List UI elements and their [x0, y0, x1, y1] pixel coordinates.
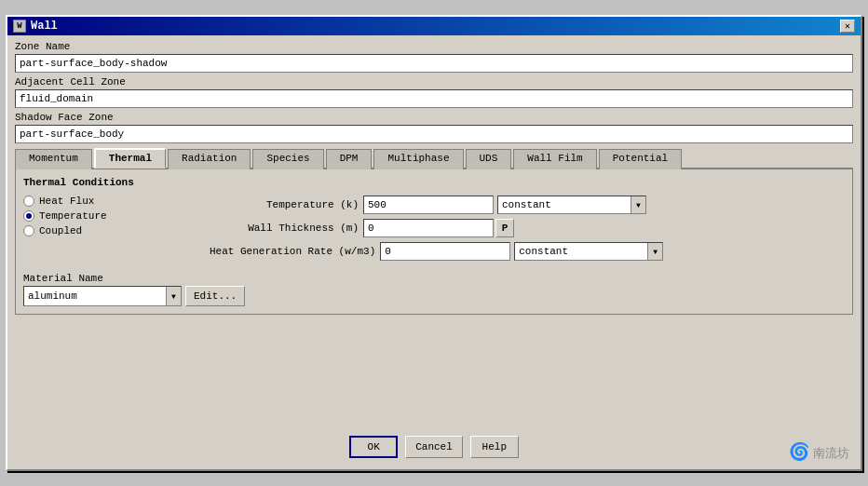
material-row-inner: aluminum ▼ Edit... [23, 286, 845, 306]
window-title: Wall [31, 20, 58, 33]
tab-thermal[interactable]: Thermal [94, 148, 166, 169]
radio-temperature-label: Temperature [39, 210, 107, 222]
thermal-radio-group: Heat Flux Temperature Coupled [23, 196, 210, 236]
shadow-face-zone-input[interactable] [15, 125, 853, 143]
tab-species[interactable]: Species [252, 149, 323, 169]
heat-gen-input[interactable] [380, 242, 510, 261]
zone-name-input[interactable] [15, 54, 853, 73]
tab-content-thermal: Thermal Conditions Heat Flux Temperature… [15, 169, 853, 315]
thermal-form-right: Temperature (k) constant ▼ Wall Thicknes… [210, 196, 845, 261]
material-row: Material Name aluminum ▼ Edit... [23, 273, 845, 306]
title-bar-left: W Wall [13, 20, 58, 33]
tab-dpm[interactable]: DPM [326, 149, 373, 169]
wall-thickness-input-group: P [363, 219, 514, 237]
temperature-dropdown[interactable]: constant [497, 196, 646, 214]
adjacent-cell-zone-input[interactable] [15, 89, 853, 108]
heat-gen-row: Heat Generation Rate (w/m3) constant ▼ [210, 242, 845, 261]
tabs-container: Momentum Thermal Radiation Species DPM M… [15, 147, 853, 169]
radio-heat-flux-label: Heat Flux [39, 196, 94, 207]
footer-buttons: OK Cancel Help [349, 436, 519, 458]
close-button[interactable]: ✕ [840, 20, 855, 33]
tab-radiation[interactable]: Radiation [168, 149, 251, 169]
tab-wall-film[interactable]: Wall Film [513, 149, 596, 169]
tab-potential[interactable]: Potential [599, 149, 682, 169]
adjacent-cell-zone-label: Adjacent Cell Zone [15, 76, 853, 88]
thermal-section-title: Thermal Conditions [23, 177, 845, 188]
radio-coupled-label: Coupled [39, 225, 82, 236]
title-bar: W Wall ✕ [7, 17, 861, 35]
tab-uds[interactable]: UDS [466, 149, 512, 169]
tab-multiphase[interactable]: Multiphase [373, 149, 463, 169]
material-select-wrapper: aluminum ▼ [23, 286, 182, 306]
temperature-row: Temperature (k) constant ▼ [210, 196, 845, 214]
tab-momentum[interactable]: Momentum [15, 149, 92, 169]
wall-thickness-p-button[interactable]: P [495, 219, 514, 237]
window-body: Zone Name Adjacent Cell Zone Shadow Face… [7, 35, 861, 320]
help-button[interactable]: Help [470, 436, 519, 458]
shadow-face-zone-label: Shadow Face Zone [15, 112, 853, 123]
radio-heat-flux-circle[interactable] [23, 196, 34, 207]
footer-area: OK Cancel Help 🌀 南流坊 [7, 320, 861, 469]
radio-coupled[interactable]: Coupled [23, 225, 210, 236]
ok-button[interactable]: OK [349, 436, 398, 458]
window-icon: W [13, 20, 26, 33]
temperature-label: Temperature (k) [210, 199, 359, 210]
heat-gen-label: Heat Generation Rate (w/m3) [210, 246, 375, 257]
radio-temperature[interactable]: Temperature [23, 210, 210, 222]
watermark: 🌀 南流坊 [789, 441, 849, 462]
temperature-dropdown-wrapper: constant ▼ [497, 196, 646, 214]
main-window: W Wall ✕ Zone Name Adjacent Cell Zone Sh… [6, 15, 862, 471]
heat-gen-dropdown[interactable]: constant [514, 242, 663, 261]
radio-heat-flux[interactable]: Heat Flux [23, 196, 210, 207]
radio-temperature-circle[interactable] [23, 210, 34, 222]
edit-button[interactable]: Edit... [185, 286, 245, 306]
zone-name-label: Zone Name [15, 41, 853, 52]
material-select[interactable]: aluminum [23, 286, 182, 306]
wall-thickness-input[interactable] [363, 219, 494, 237]
temperature-input[interactable] [363, 196, 494, 214]
thermal-content: Heat Flux Temperature Coupled Tem [23, 196, 845, 265]
material-name-label: Material Name [23, 273, 845, 284]
radio-coupled-circle[interactable] [23, 225, 34, 236]
wall-thickness-row: Wall Thickness (m) P [210, 219, 845, 237]
heat-gen-dropdown-wrapper: constant ▼ [514, 242, 663, 261]
wall-thickness-label: Wall Thickness (m) [210, 223, 359, 234]
cancel-button[interactable]: Cancel [405, 436, 463, 458]
